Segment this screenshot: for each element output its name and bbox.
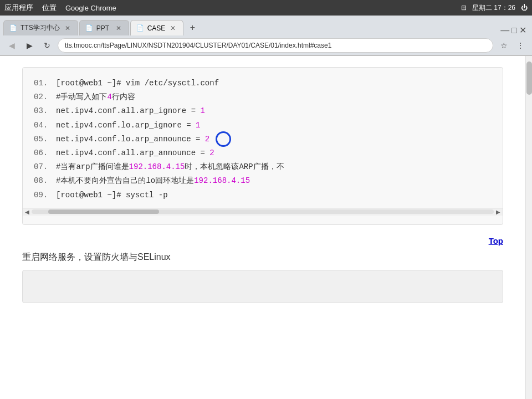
window-maximize[interactable]: □ xyxy=(511,25,517,35)
code-text-09: [root@web1 ~]# sysctl -p xyxy=(56,188,168,202)
bottom-panel xyxy=(22,270,503,303)
line-num-05: 05. xyxy=(34,132,56,146)
os-topbar: 应用程序 位置 Google Chrome ⊟ 星期二 17：26 ⏻ xyxy=(0,0,532,16)
scrollbar-y[interactable] xyxy=(525,56,532,399)
address-text: tts.tmooc.cn/ttsPage/LINUX/NSDTN201904/C… xyxy=(65,42,331,49)
code-line-06: 06. net.ipv4.conf.all.arp_announce = 2 xyxy=(34,146,492,160)
window-minimize[interactable]: — xyxy=(500,25,509,35)
scrollbar-y-thumb[interactable] xyxy=(526,62,532,95)
code-line-04: 04. net.ipv4.conf.lo.arp_ignore = 1 xyxy=(34,119,492,132)
address-bar[interactable]: tts.tmooc.cn/ttsPage/LINUX/NSDTN201904/C… xyxy=(58,38,493,53)
code-text-01: [root@web1 ~]# vim /etc/sysctl.conf xyxy=(56,76,219,90)
code-text-05: net.ipv4.conf.lo.arp_announce = 2 xyxy=(56,132,209,146)
line-num-09: 09. xyxy=(34,188,56,202)
network-icon: ⊟ xyxy=(461,4,467,12)
scrollbar-x-track[interactable] xyxy=(32,209,494,214)
scrollbar-x-right-arrow[interactable]: ▶ xyxy=(496,209,500,215)
code-line-01: 01. [root@web1 ~]# vim /etc/sysctl.conf xyxy=(34,76,492,90)
code-line-09: 09. [root@web1 ~]# sysctl -p xyxy=(34,188,492,202)
browser-chrome: 📄 TTS学习中心 ✕ 📄 PPT ✕ 📄 CASE ✕ + — □ ✕ xyxy=(0,16,532,56)
tab-ppt[interactable]: 📄 PPT ✕ xyxy=(79,20,129,35)
window-close[interactable]: ✕ xyxy=(519,25,526,35)
scrollbar-x-thumb[interactable] xyxy=(48,209,159,214)
refresh-button[interactable]: ↻ xyxy=(40,38,54,53)
line-num-01: 01. xyxy=(34,76,56,90)
tab1-label: TTS学习中心 xyxy=(21,23,60,33)
os-menu-bar: 应用程序 位置 Google Chrome xyxy=(4,3,116,13)
top-link-container: Top xyxy=(22,236,503,246)
page-content: 01. [root@web1 ~]# vim /etc/sysctl.conf … xyxy=(0,56,532,399)
circle-annotation xyxy=(216,131,231,147)
code-text-06: net.ipv4.conf.all.arp_announce = 2 xyxy=(56,146,214,160)
code-text-08: #本机不要向外宣告自己的lo回环地址是192.168.4.15 xyxy=(56,174,250,188)
tab-bar: 📄 TTS学习中心 ✕ 📄 PPT ✕ 📄 CASE ✕ + — □ ✕ xyxy=(0,16,532,35)
tab-case[interactable]: 📄 CASE ✕ xyxy=(130,20,184,35)
tab3-label: CASE xyxy=(147,24,166,32)
browser-window: 📄 TTS学习中心 ✕ 📄 PPT ✕ 📄 CASE ✕ + — □ ✕ xyxy=(0,16,532,399)
tab2-label: PPT xyxy=(96,24,109,32)
chrome-menu[interactable]: Google Chrome xyxy=(65,4,116,12)
code-text-04: net.ipv4.conf.lo.arp_ignore = 1 xyxy=(56,119,200,132)
menu-button[interactable]: ⋮ xyxy=(513,38,528,53)
tab3-close[interactable]: ✕ xyxy=(168,24,177,33)
tab2-close[interactable]: ✕ xyxy=(114,24,123,33)
power-icon: ⏻ xyxy=(521,4,528,12)
code-box: 01. [root@web1 ~]# vim /etc/sysctl.conf … xyxy=(22,67,503,225)
tab3-icon: 📄 xyxy=(136,24,144,32)
back-button[interactable]: ◀ xyxy=(4,38,19,53)
nav-bar: ◀ ▶ ↻ tts.tmooc.cn/ttsPage/LINUX/NSDTN20… xyxy=(0,35,532,55)
position-menu[interactable]: 位置 xyxy=(42,3,57,13)
code-line-02: 02. #手动写入如下4行内容 xyxy=(34,90,492,104)
tab1-icon: 📄 xyxy=(9,24,17,32)
tab-tts[interactable]: 📄 TTS学习中心 ✕ xyxy=(3,20,78,35)
forward-button[interactable]: ▶ xyxy=(22,38,37,53)
section-text: 重启网络服务，设置防火墙与SELinux xyxy=(22,252,503,263)
code-line-03: 03. net.ipv4.conf.all.arp_ignore = 1 xyxy=(34,104,492,118)
code-line-08: 08. #本机不要向外宣告自己的lo回环地址是192.168.4.15 xyxy=(34,174,492,188)
code-line-05: 05. net.ipv4.conf.lo.arp_announce = 2 xyxy=(34,132,492,146)
line-num-02: 02. xyxy=(34,90,56,104)
line-num-06: 06. xyxy=(34,146,56,160)
datetime: 星期二 17：26 xyxy=(472,3,515,13)
scrollbar-x-left-arrow[interactable]: ◀ xyxy=(25,209,29,215)
bookmark-button[interactable]: ☆ xyxy=(497,38,511,53)
code-line-07: 07. #当有arp广播问谁是192.168.4.15时，本机忽略该ARP广播，… xyxy=(34,160,492,174)
new-tab-button[interactable]: + xyxy=(185,20,200,35)
nav-right-buttons: ☆ ⋮ xyxy=(497,38,528,53)
tab2-icon: 📄 xyxy=(85,24,93,32)
top-link[interactable]: Top xyxy=(489,236,503,245)
apps-menu[interactable]: 应用程序 xyxy=(4,3,33,13)
line-num-08: 08. xyxy=(34,174,56,188)
code-text-02: #手动写入如下4行内容 xyxy=(56,90,135,104)
os-system-tray: ⊟ 星期二 17：26 ⏻ xyxy=(461,3,528,13)
line-num-04: 04. xyxy=(34,119,56,132)
code-text-03: net.ipv4.conf.all.arp_ignore = 1 xyxy=(56,104,205,118)
tab1-close[interactable]: ✕ xyxy=(63,24,72,33)
line-num-03: 03. xyxy=(34,104,56,118)
scrollbar-x[interactable]: ◀ ▶ xyxy=(23,208,503,216)
code-text-07: #当有arp广播问谁是192.168.4.15时，本机忽略该ARP广播，不 xyxy=(56,160,284,174)
line-num-07: 07. xyxy=(34,160,56,174)
content-area: 01. [root@web1 ~]# vim /etc/sysctl.conf … xyxy=(0,56,525,399)
